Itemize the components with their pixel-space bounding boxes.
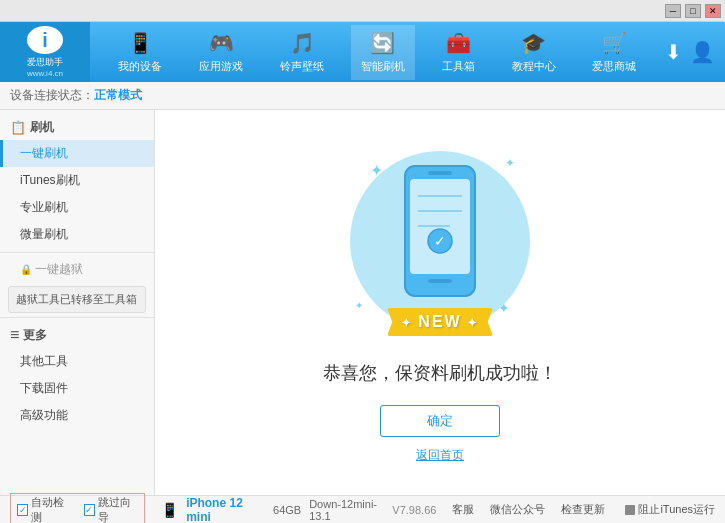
device-version: Down-12mini-13.1	[309, 498, 392, 522]
sparkle-tr: ✦	[505, 156, 515, 170]
sidebar: 📋 刷机 一键刷机 iTunes刷机 专业刷机 微量刷机 🔒 一键越狱 越狱工具…	[0, 110, 155, 495]
nav-ringtone[interactable]: 🎵 铃声壁纸	[270, 25, 334, 80]
flash-section-icon: 📋	[10, 120, 26, 135]
sidebar-info-box: 越狱工具已转移至工具箱	[8, 286, 146, 313]
wechat-link[interactable]: 微信公众号	[490, 502, 545, 517]
weisi-icon: 🛒	[602, 31, 627, 55]
stop-itunes-icon	[625, 505, 635, 515]
auto-connect-check-icon: ✓	[17, 504, 28, 516]
nav-smart-flash[interactable]: 🔄 智能刷机	[351, 25, 415, 80]
svg-rect-3	[428, 171, 452, 175]
sidebar-section-jailbreak: 🔒 一键越狱	[0, 257, 154, 282]
stop-itunes-button[interactable]: 阻止iTunes运行	[625, 502, 715, 517]
sidebar-item-firmware[interactable]: 下载固件	[0, 375, 154, 402]
success-text: 恭喜您，保资料刷机成功啦！	[323, 361, 557, 385]
sidebar-item-micro[interactable]: 微量刷机	[0, 221, 154, 248]
device-info-area: ✓ 自动检测 ✓ 跳过向导 📱 iPhone 12 mini 64GB Down…	[10, 493, 392, 524]
status-prefix: 设备连接状态：	[10, 87, 94, 104]
sidebar-section-flash: 📋 刷机	[0, 115, 154, 140]
device-storage: 64GB	[273, 504, 301, 516]
ringtone-icon: 🎵	[290, 31, 315, 55]
skip-wizard-check-icon: ✓	[84, 504, 95, 516]
bottom-bar: ✓ 自动检测 ✓ 跳过向导 📱 iPhone 12 mini 64GB Down…	[0, 495, 725, 523]
sidebar-item-itunes[interactable]: iTunes刷机	[0, 167, 154, 194]
device-icon: 📱	[161, 502, 178, 518]
service-link[interactable]: 客服	[452, 502, 474, 517]
maximize-button[interactable]: □	[685, 4, 701, 18]
sparkle-tl: ✦	[370, 161, 383, 180]
nav-bar: i 爱思助手 www.i4.cn 📱 我的设备 🎮 应用游戏 🎵 铃声壁纸 🔄 …	[0, 22, 725, 82]
title-bar: ─ □ ✕	[0, 0, 725, 22]
download-button[interactable]: ⬇	[665, 40, 682, 64]
back-link[interactable]: 返回首页	[416, 447, 464, 464]
smart-flash-icon: 🔄	[370, 31, 395, 55]
sidebar-item-one-click[interactable]: 一键刷机	[0, 140, 154, 167]
sidebar-divider-1	[0, 252, 154, 253]
tutorial-icon: 🎓	[521, 31, 546, 55]
my-device-icon: 📱	[128, 31, 153, 55]
bottom-right-area: V7.98.66 客服 微信公众号 检查更新	[392, 502, 605, 517]
confirm-button[interactable]: 确定	[380, 405, 500, 437]
sidebar-item-advanced[interactable]: 高级功能	[0, 402, 154, 429]
status-bar: 设备连接状态： 正常模式	[0, 82, 725, 110]
logo-icon: i	[27, 26, 63, 54]
main-layout: 📋 刷机 一键刷机 iTunes刷机 专业刷机 微量刷机 🔒 一键越狱 越狱工具…	[0, 110, 725, 495]
phone-svg: ✓	[400, 161, 480, 304]
close-button[interactable]: ✕	[705, 4, 721, 18]
sidebar-item-other-tools[interactable]: 其他工具	[0, 348, 154, 375]
auto-connect-checkbox[interactable]: ✓ 自动检测	[17, 495, 72, 524]
new-ribbon: NEW	[387, 308, 493, 336]
nav-right-buttons: ⬇ 👤	[665, 40, 725, 64]
checkbox-area: ✓ 自动检测 ✓ 跳过向导	[10, 493, 145, 524]
nav-weisi[interactable]: 🛒 爱思商城	[582, 25, 646, 80]
toolbox-icon: 🧰	[446, 31, 471, 55]
more-section-icon: ≡	[10, 326, 19, 344]
nav-items: 📱 我的设备 🎮 应用游戏 🎵 铃声壁纸 🔄 智能刷机 🧰 工具箱 🎓 教程中心…	[90, 25, 665, 80]
svg-rect-2	[428, 279, 452, 283]
logo-text: 爱思助手 www.i4.cn	[27, 56, 63, 78]
nav-my-device[interactable]: 📱 我的设备	[108, 25, 172, 80]
nav-tutorial[interactable]: 🎓 教程中心	[502, 25, 566, 80]
minimize-button[interactable]: ─	[665, 4, 681, 18]
sidebar-section-more: ≡ 更多	[0, 322, 154, 348]
sidebar-item-pro[interactable]: 专业刷机	[0, 194, 154, 221]
status-mode: 正常模式	[94, 87, 142, 104]
skip-wizard-checkbox[interactable]: ✓ 跳过向导	[84, 495, 139, 524]
content-area: ✦ ✦ ✦ ✦	[155, 110, 725, 495]
lock-icon: 🔒	[20, 264, 32, 275]
update-link[interactable]: 检查更新	[561, 502, 605, 517]
stop-itunes-area: 阻止iTunes运行	[625, 502, 715, 517]
nav-toolbox[interactable]: 🧰 工具箱	[432, 25, 485, 80]
sidebar-divider-2	[0, 317, 154, 318]
nav-app-game[interactable]: 🎮 应用游戏	[189, 25, 253, 80]
app-game-icon: 🎮	[209, 31, 234, 55]
app-logo[interactable]: i 爱思助手 www.i4.cn	[0, 22, 90, 82]
version-text: V7.98.66	[392, 504, 436, 516]
phone-illustration: ✦ ✦ ✦ ✦	[340, 141, 540, 341]
sparkle-br: ✦	[498, 300, 510, 316]
sparkle-bl: ✦	[355, 300, 363, 311]
window-controls: ─ □ ✕	[665, 4, 721, 18]
svg-text:✓: ✓	[434, 233, 446, 249]
device-name: iPhone 12 mini	[186, 496, 265, 524]
user-button[interactable]: 👤	[690, 40, 715, 64]
